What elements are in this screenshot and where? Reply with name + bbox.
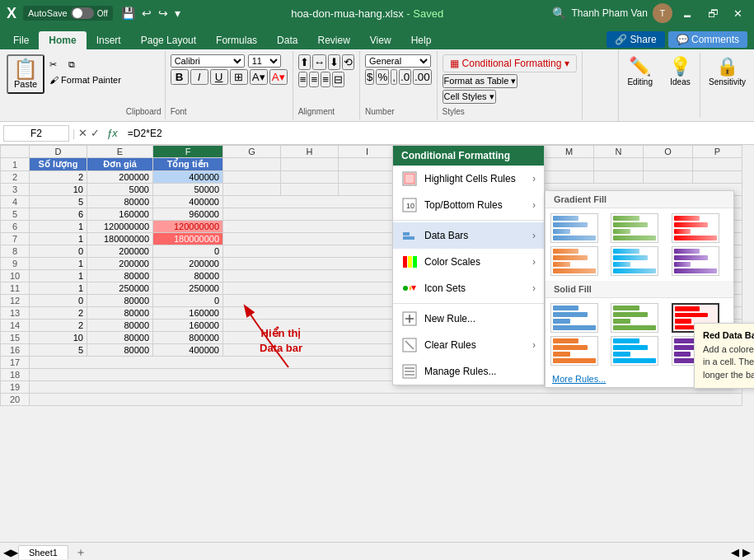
cell-n2[interactable] xyxy=(594,171,644,184)
menu-item-managerules[interactable]: Manage Rules... xyxy=(393,358,544,385)
gradient-swatch-orange[interactable] xyxy=(550,246,598,276)
row-num-7[interactable]: 7 xyxy=(1,233,30,245)
col-header-g[interactable]: G xyxy=(223,146,281,158)
cell-e12[interactable]: 80000 xyxy=(87,295,153,307)
underline-button[interactable]: U xyxy=(210,69,228,85)
comma-button[interactable]: , xyxy=(391,69,397,85)
gradient-swatch-green[interactable] xyxy=(611,213,658,243)
row-num-5[interactable]: 5 xyxy=(1,208,30,221)
menu-item-highlight-cells[interactable]: Highlight Cells Rules › xyxy=(393,166,544,192)
cell-p1[interactable] xyxy=(693,158,742,171)
gradient-swatch-purple[interactable] xyxy=(672,246,719,276)
col-header-n[interactable]: N xyxy=(594,146,644,158)
font-color-button[interactable]: A▾ xyxy=(269,69,288,85)
row-num-11[interactable]: 11 xyxy=(1,282,30,295)
cell-f12[interactable]: 0 xyxy=(153,295,223,307)
cell-d7[interactable]: 1 xyxy=(30,233,87,245)
cell-f14[interactable]: 160000 xyxy=(153,320,223,332)
scroll-left-sheet[interactable]: ◀ xyxy=(3,547,11,558)
format-as-table-button[interactable]: Format as Table ▾ xyxy=(443,74,518,88)
cell-g2[interactable] xyxy=(223,171,281,184)
col-header-e[interactable]: E xyxy=(87,146,153,158)
name-box[interactable] xyxy=(3,125,69,142)
cell-m2[interactable] xyxy=(545,171,594,184)
fx-button[interactable]: ƒx xyxy=(103,127,121,139)
paste-button[interactable]: 📋 Paste xyxy=(7,54,44,94)
cell-f6[interactable]: 120000000 xyxy=(153,221,223,233)
fill-color-button[interactable]: A▾ xyxy=(250,69,268,85)
number-format-selector[interactable]: General xyxy=(365,54,431,68)
italic-button[interactable]: I xyxy=(190,69,208,85)
minimize-button[interactable]: 🗕 xyxy=(677,6,698,21)
row-num-8[interactable]: 8 xyxy=(1,245,30,258)
col-header-m[interactable]: M xyxy=(545,146,594,158)
redo-button[interactable]: ↪ xyxy=(157,5,170,21)
avatar[interactable]: T xyxy=(653,3,672,23)
tab-insert[interactable]: Insert xyxy=(87,31,131,49)
restore-button[interactable]: 🗗 xyxy=(703,6,724,21)
cell-d15[interactable]: 10 xyxy=(30,332,87,344)
row-num-15[interactable]: 15 xyxy=(1,332,30,344)
tab-data[interactable]: Data xyxy=(267,31,307,49)
cell-e3[interactable]: 5000 xyxy=(87,184,153,196)
conditional-formatting-button[interactable]: ▦ Conditional Formatting ▾ xyxy=(443,54,578,72)
col-header-f[interactable]: F xyxy=(153,146,223,158)
cell-o1[interactable] xyxy=(644,158,693,171)
save-button[interactable]: 💾 xyxy=(119,5,137,21)
scroll-right-sheet[interactable]: ▶ xyxy=(11,547,18,558)
cell-d11[interactable]: 1 xyxy=(30,282,87,295)
cell-e7[interactable]: 180000000 xyxy=(87,233,153,245)
tab-help[interactable]: Help xyxy=(401,31,442,49)
sensitivity-button[interactable]: 🔒 Sensitivity xyxy=(700,49,754,121)
cell-e1[interactable]: Đơn giá xyxy=(87,158,153,171)
row-num-9[interactable]: 9 xyxy=(1,258,30,270)
cell-h1[interactable] xyxy=(281,158,339,171)
col-header-d[interactable]: D xyxy=(30,146,87,158)
row-num-16[interactable]: 16 xyxy=(1,344,30,357)
cell-d8[interactable]: 0 xyxy=(30,245,87,258)
col-header-o[interactable]: O xyxy=(644,146,693,158)
cell-d9[interactable]: 1 xyxy=(30,258,87,270)
cell-e13[interactable]: 80000 xyxy=(87,307,153,320)
row-num-1[interactable]: 1 xyxy=(1,158,30,171)
ideas-button[interactable]: 💡 Ideas xyxy=(661,49,700,121)
cell-e6[interactable]: 120000000 xyxy=(87,221,153,233)
cell-g1[interactable] xyxy=(223,158,281,171)
cell-d4[interactable]: 5 xyxy=(30,196,87,208)
solid-swatch-orange[interactable] xyxy=(550,336,598,366)
cell-o2[interactable] xyxy=(644,171,693,184)
menu-item-colorscales[interactable]: Color Scales › xyxy=(393,249,544,275)
cell-f9[interactable]: 200000 xyxy=(153,258,223,270)
row-num-4[interactable]: 4 xyxy=(1,196,30,208)
cell-d12[interactable]: 0 xyxy=(30,295,87,307)
menu-item-databars[interactable]: Data Bars › xyxy=(393,222,544,249)
cell-i1[interactable] xyxy=(339,158,396,171)
copy-button[interactable]: ⧉ xyxy=(63,58,80,72)
cell-f3[interactable]: 50000 xyxy=(153,184,223,196)
col-header-p[interactable]: P xyxy=(693,146,742,158)
font-size-selector[interactable]: 11 xyxy=(248,54,281,68)
row-num-6[interactable]: 6 xyxy=(1,221,30,233)
cell-f1[interactable]: Tổng tiền xyxy=(153,158,223,171)
tab-file[interactable]: File xyxy=(3,31,39,49)
gradient-swatch-blue[interactable] xyxy=(550,213,598,243)
cut-button[interactable]: ✂ xyxy=(44,58,62,72)
menu-item-newrule[interactable]: New Rule... xyxy=(393,306,544,332)
align-center-button[interactable]: ≡ xyxy=(309,72,319,87)
cell-e11[interactable]: 250000 xyxy=(87,282,153,295)
cell-i3[interactable] xyxy=(339,184,396,196)
row-num-14[interactable]: 14 xyxy=(1,320,30,332)
row-num-13[interactable]: 13 xyxy=(1,307,30,320)
cell-d16[interactable]: 5 xyxy=(30,344,87,357)
format-painter-button[interactable]: 🖌 Format Painter xyxy=(44,73,126,86)
autosave-toggle[interactable]: AutoSave Off xyxy=(23,6,113,21)
cell-f10[interactable]: 80000 xyxy=(153,270,223,282)
menu-item-iconsets[interactable]: Icon Sets › xyxy=(393,275,544,301)
tab-review[interactable]: Review xyxy=(307,31,359,49)
cell-f13[interactable]: 160000 xyxy=(153,307,223,320)
cell-g3[interactable] xyxy=(223,184,281,196)
cell-f8[interactable]: 0 xyxy=(153,245,223,258)
add-sheet-button[interactable]: ＋ xyxy=(68,544,93,561)
autosave-switch[interactable] xyxy=(71,7,94,19)
undo-button[interactable]: ↩ xyxy=(140,5,153,21)
